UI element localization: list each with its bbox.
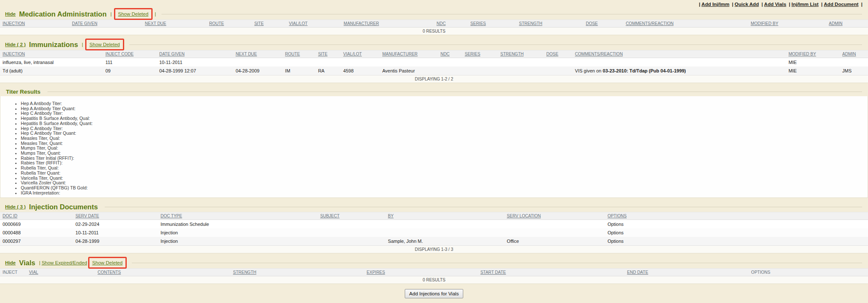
quick-add-link[interactable]: Quick Add: [734, 2, 759, 7]
column-header[interactable]: SITE: [315, 50, 340, 58]
column-header[interactable]: MODIFIED BY: [748, 20, 826, 28]
column-header[interactable]: MODIFIED BY: [786, 50, 840, 58]
column-header[interactable]: NEXT DUE: [142, 20, 207, 28]
cell-subject: [318, 228, 386, 237]
column-header[interactable]: DOSE: [583, 20, 623, 28]
cell-date-given: 10-11-2011: [157, 58, 233, 67]
separator: |: [82, 42, 83, 47]
options-link[interactable]: Options: [607, 239, 623, 244]
column-header[interactable]: EXPIRES: [364, 269, 478, 276]
add-vials-link[interactable]: Add Vials: [764, 2, 786, 7]
column-header: OPTIONS: [748, 269, 868, 276]
column-header[interactable]: SERIES: [462, 50, 498, 58]
column-header[interactable]: STRENGTH: [498, 50, 544, 58]
comments-date: 03-23-2010: [603, 68, 626, 73]
document-row: 0000669 02-29-2024 Immunization Schedule…: [0, 220, 868, 229]
column-header[interactable]: INJECTION: [0, 20, 70, 28]
show-deleted-annotation-box: Show Deleted: [114, 8, 153, 20]
cell-comments: [573, 58, 786, 67]
cell-inject-code: 111: [103, 58, 157, 67]
column-header[interactable]: BY: [385, 212, 504, 220]
hide-link[interactable]: Hide ( 3 ): [5, 204, 26, 209]
titer-item: Measles Titer, Qual:: [21, 136, 868, 141]
hide-link[interactable]: Hide ( 2 ): [5, 42, 26, 47]
column-header[interactable]: COMMENTS/REACTION: [623, 20, 748, 28]
separator: |: [699, 2, 700, 7]
column-header[interactable]: NDC: [438, 50, 462, 58]
cell-serv-date: 02-29-2024: [73, 220, 158, 229]
inj-imm-list-link[interactable]: Inj/Imm List: [791, 2, 818, 7]
column-header[interactable]: DOSE: [544, 50, 573, 58]
column-header[interactable]: INJECT CODE: [103, 50, 157, 58]
titer-item: Mumps Titer, Quant:: [21, 151, 868, 156]
column-header[interactable]: SERIES: [468, 20, 517, 28]
cell-dose: [544, 67, 573, 75]
column-header[interactable]: ROUTE: [206, 20, 251, 28]
column-header[interactable]: VIAL/LOT: [287, 20, 341, 28]
cell-admin: [840, 58, 868, 67]
column-header[interactable]: DATE GIVEN: [157, 50, 233, 58]
top-action-bar: |Add Inj/Imm |Quick Add |Add Vials |Inj/…: [0, 0, 868, 8]
add-injections-for-vials-button[interactable]: Add Injections for Vials: [405, 289, 464, 298]
column-header[interactable]: SUBJECT: [318, 212, 386, 220]
column-header[interactable]: START DATE: [478, 269, 624, 276]
column-header[interactable]: OPTIONS: [605, 212, 868, 220]
column-header[interactable]: ROUTE: [283, 50, 316, 58]
titer-item: Varicella Zoster Quant:: [21, 181, 868, 186]
column-header[interactable]: MANUFACTURER: [341, 20, 434, 28]
options-link[interactable]: Options: [607, 222, 623, 227]
column-header[interactable]: VIAL/LOT: [341, 50, 380, 58]
column-header[interactable]: DOC TYPE: [158, 212, 318, 220]
cell-serv-location: [504, 220, 605, 229]
cell-serv-date: 04-28-1999: [73, 237, 158, 246]
show-expired-ended-link[interactable]: Show Expired/Ended: [42, 260, 87, 265]
column-header[interactable]: DOC ID: [0, 212, 73, 220]
cell-serv-location: Office: [504, 237, 605, 246]
immunizations-header: Hide ( 2 ) Immunizations | Show Deleted: [0, 38, 868, 50]
column-header[interactable]: NEXT DUE: [233, 50, 283, 58]
column-header[interactable]: CONTENTS: [95, 269, 230, 276]
cell-by: [385, 220, 504, 229]
results-count-row: 0 RESULTS: [0, 28, 868, 35]
vials-header: Hide Vials | Show Expired/Ended Show Del…: [0, 256, 868, 268]
cell-doc-type: Injection: [158, 237, 318, 246]
section-title: Titer Results: [6, 89, 41, 95]
column-header[interactable]: VIAL: [26, 269, 95, 276]
section-divider: [47, 92, 862, 92]
hide-link[interactable]: Hide: [5, 260, 16, 265]
titer-item: Hepatitis B Surface Antibody, Quant:: [21, 121, 868, 126]
column-header[interactable]: SERV DATE: [73, 212, 158, 220]
bottom-action-bar: Add Injections for Vials: [0, 287, 868, 300]
cell-strength: [498, 58, 544, 67]
titer-results-panel: Hep A Antibody Titer: Hep A Antibody Tit…: [0, 96, 868, 198]
column-header[interactable]: SERV LOCATION: [504, 212, 605, 220]
column-header[interactable]: MANUFACTURER: [380, 50, 438, 58]
column-header[interactable]: DATE GIVEN: [70, 20, 142, 28]
add-inj-imm-link[interactable]: Add Inj/Imm: [701, 2, 729, 7]
column-header[interactable]: END DATE: [625, 269, 749, 276]
column-header[interactable]: SITE: [252, 20, 287, 28]
add-document-link[interactable]: Add Document: [824, 2, 859, 7]
column-header[interactable]: ADMIN: [826, 20, 868, 28]
separator: |: [39, 260, 40, 265]
section-divider: [129, 44, 862, 45]
column-header[interactable]: STRENGTH: [231, 269, 364, 276]
column-header[interactable]: STRENGTH: [516, 20, 583, 28]
cell-series: [462, 58, 498, 67]
column-header[interactable]: ADMIN: [840, 50, 868, 58]
cell-doc-type: Injection: [158, 228, 318, 237]
section-divider: [132, 263, 862, 263]
titer-item: Measles Titer, Quant:: [21, 141, 868, 146]
column-header[interactable]: INJECTION: [0, 50, 103, 58]
show-deleted-link[interactable]: Show Deleted: [89, 42, 120, 47]
show-deleted-link[interactable]: Show Deleted: [92, 260, 123, 265]
titer-item: Mumps Titer, Qual:: [21, 146, 868, 151]
show-deleted-link[interactable]: Show Deleted: [118, 11, 149, 17]
hide-link[interactable]: Hide: [5, 11, 16, 17]
column-header[interactable]: COMMENTS/REACTION: [573, 50, 786, 58]
separator: |: [111, 11, 112, 17]
separator: |: [762, 2, 763, 7]
cell-doc-id: 0000297: [0, 237, 73, 246]
column-header[interactable]: NDC: [434, 20, 468, 28]
options-link[interactable]: Options: [607, 230, 623, 235]
